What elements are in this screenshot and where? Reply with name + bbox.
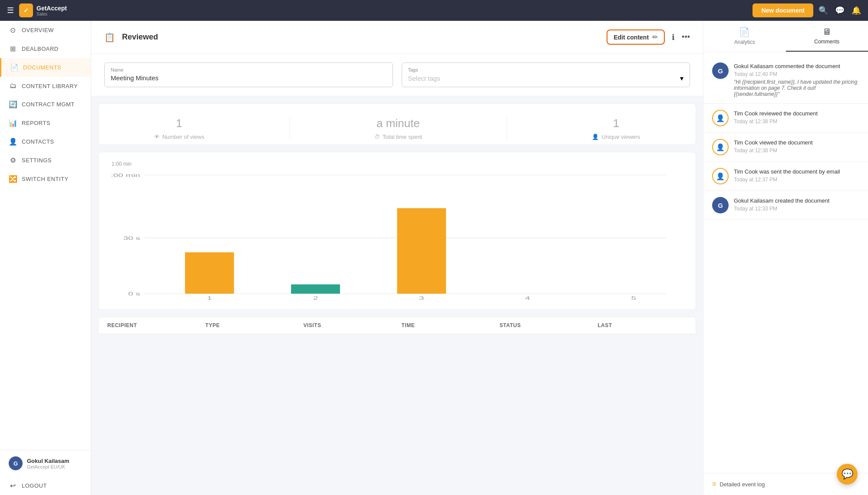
sidebar-user: G Gokul Kailasam GetAccept EU/UK [0, 450, 91, 476]
svg-text:2: 2 [313, 295, 318, 301]
document-header: 📋 Reviewed Edit content ✏ ℹ ••• [91, 21, 703, 54]
activity-time-gokul-commented: Today at 12:40 PM [734, 71, 859, 77]
logo: ✓ GetAccept Sales [19, 3, 67, 17]
activity-title-tim-viewed: Tim Cook viewed the document [734, 139, 859, 147]
logout-icon: ↩ [9, 482, 17, 490]
name-field[interactable]: Name Meeting Minutes [104, 62, 393, 87]
activity-content-gokul-commented: Gokul Kailasam commented the document To… [734, 62, 859, 97]
main-content: 📋 Reviewed Edit content ✏ ℹ ••• Name Mee… [91, 21, 868, 495]
avatar: G [9, 456, 23, 470]
logo-icon: ✓ [19, 3, 33, 17]
name-field-value: Meeting Minutes [111, 74, 386, 82]
viewers-label: 👤 Unique viewers [592, 134, 640, 140]
activity-title-tim-sent: Tim Cook was sent the document by email [734, 168, 859, 176]
chat-fab-button[interactable]: 💬 [837, 464, 858, 485]
sidebar-label-documents: DOCUMENTS [23, 64, 61, 71]
tab-analytics[interactable]: 📄 Analytics [703, 21, 786, 52]
stats-row: 1 👁 Number of views a minute ⏱ Total tim… [98, 103, 696, 145]
stat-views: 1 👁 Number of views [154, 117, 205, 140]
search-icon[interactable]: 🔍 [818, 6, 828, 15]
settings-icon: ⚙ [9, 156, 17, 164]
activity-time-tim-viewed: Today at 12:38 PM [734, 148, 859, 154]
activity-avatar-gokul-created: G [712, 197, 729, 213]
doc-fields-row: Name Meeting Minutes Tags Select tags ▾ [91, 54, 703, 96]
logo-text: GetAccept [36, 5, 67, 12]
svg-text:1: 1 [207, 295, 212, 301]
user-name: Gokul Kailasam [27, 458, 69, 464]
table-col-visits: VISITS [304, 322, 393, 328]
new-document-button[interactable]: New document [752, 3, 813, 17]
bar-3 [397, 208, 446, 294]
chevron-down-icon: ▾ [680, 74, 683, 82]
edit-content-button[interactable]: Edit content ✏ [607, 30, 665, 45]
right-panel: 📄 Analytics 🖥 Comments G Gokul Kailasam … [703, 21, 868, 495]
sidebar-item-overview[interactable]: ⊙ OVERVIEW [0, 21, 91, 39]
sidebar-item-logout[interactable]: ↩ LOGOUT [0, 476, 91, 495]
edit-content-label: Edit content [614, 34, 649, 41]
logo-checkmark: ✓ [23, 7, 29, 14]
sidebar-item-contacts[interactable]: 👤 CONTACTS [0, 132, 91, 151]
tags-field[interactable]: Tags Select tags ▾ [402, 62, 690, 87]
bar-2 [291, 285, 340, 294]
views-label: 👁 Number of views [154, 134, 205, 140]
sidebar-label-switch-entity: SWITCH ENTITY [22, 176, 69, 182]
comments-tab-icon: 🖥 [822, 27, 831, 37]
event-log-label: Detailed event log [719, 481, 765, 488]
sidebar-item-content-library[interactable]: 🗂 CONTENT LIBRARY [0, 77, 91, 95]
documents-icon: 📄 [10, 63, 19, 72]
chat-icon[interactable]: 💬 [835, 6, 845, 15]
comments-tab-label: Comments [814, 39, 839, 45]
svg-text:0 s: 0 s [128, 291, 140, 297]
activity-item-tim-sent: 👤 Tim Cook was sent the document by emai… [703, 162, 868, 191]
time-label: ⏱ Total time spent [374, 134, 422, 140]
topbar-icons: 🔍 💬 🔔 [818, 6, 861, 15]
more-options-icon[interactable]: ••• [682, 33, 690, 42]
table-col-last: LAST [597, 322, 687, 328]
activity-content-tim-reviewed: Tim Cook reviewed the document Today at … [734, 110, 859, 126]
activity-content-gokul-created: Gokul Kailasam created the document Toda… [734, 197, 859, 213]
svg-text:4: 4 [525, 295, 530, 301]
views-count: 1 [176, 117, 182, 130]
sidebar: ⊙ OVERVIEW ⊞ DEALBOARD 📄 DOCUMENTS 🗂 CON… [0, 0, 91, 495]
tags-field-content: Select tags ▾ [408, 74, 684, 82]
activity-item-tim-reviewed: 👤 Tim Cook reviewed the document Today a… [703, 104, 868, 133]
sidebar-item-contract-mgmt[interactable]: 🔄 CONTRACT MGMT [0, 95, 91, 114]
center-panel: 📋 Reviewed Edit content ✏ ℹ ••• Name Mee… [91, 21, 703, 495]
doc-status-label: Reviewed [122, 33, 158, 42]
sidebar-item-settings[interactable]: ⚙ SETTINGS [0, 151, 91, 170]
event-log-icon: ≡ [712, 480, 716, 488]
activity-title-gokul-commented: Gokul Kailasam commented the document [734, 62, 859, 70]
svg-text:5: 5 [631, 295, 636, 301]
info-icon[interactable]: ℹ [672, 33, 675, 42]
sidebar-item-switch-entity[interactable]: 🔀 SWITCH ENTITY [0, 170, 91, 188]
contacts-icon: 👤 [9, 138, 17, 146]
doc-status-icon: 📋 [104, 32, 115, 43]
activity-time-tim-reviewed: Today at 12:38 PM [734, 118, 859, 125]
svg-text:1:00 min: 1:00 min [112, 172, 140, 178]
activity-time-gokul-created: Today at 12:33 PM [734, 206, 859, 212]
tags-field-label: Tags [408, 67, 684, 72]
stat-time: a minute ⏱ Total time spent [374, 117, 422, 140]
hamburger-icon[interactable]: ☰ [7, 6, 14, 15]
svg-text:30 s: 30 s [123, 235, 140, 241]
sidebar-item-dealboard[interactable]: ⊞ DEALBOARD [0, 39, 91, 58]
sidebar-item-documents[interactable]: 📄 DOCUMENTS [0, 58, 91, 77]
sidebar-label-reports: REPORTS [22, 120, 50, 126]
logout-label: LOGOUT [22, 482, 47, 489]
sidebar-user-info: Gokul Kailasam GetAccept EU/UK [27, 458, 69, 469]
tab-comments[interactable]: 🖥 Comments [786, 21, 868, 52]
sidebar-item-reports[interactable]: 📊 REPORTS [0, 114, 91, 132]
activity-time-tim-sent: Today at 12:37 PM [734, 177, 859, 183]
activity-item-gokul-commented: G Gokul Kailasam commented the document … [703, 56, 868, 104]
table-col-time: TIME [401, 322, 491, 328]
sidebar-label-dealboard: DEALBOARD [22, 46, 59, 52]
sidebar-label-overview: OVERVIEW [22, 27, 54, 33]
chart-svg: 1:00 min 30 s 0 s 1 2 3 4 5 [112, 170, 683, 301]
activity-list: G Gokul Kailasam commented the document … [703, 52, 868, 224]
tags-placeholder: Select tags [408, 75, 440, 82]
notification-icon[interactable]: 🔔 [851, 6, 861, 15]
chart-area: 1:00 min 1:00 min 30 s 0 s [98, 152, 696, 310]
person-icon: 👤 [592, 134, 599, 140]
analytics-tab-label: Analytics [734, 39, 755, 45]
sidebar-label-contract-mgmt: CONTRACT MGMT [22, 101, 75, 108]
